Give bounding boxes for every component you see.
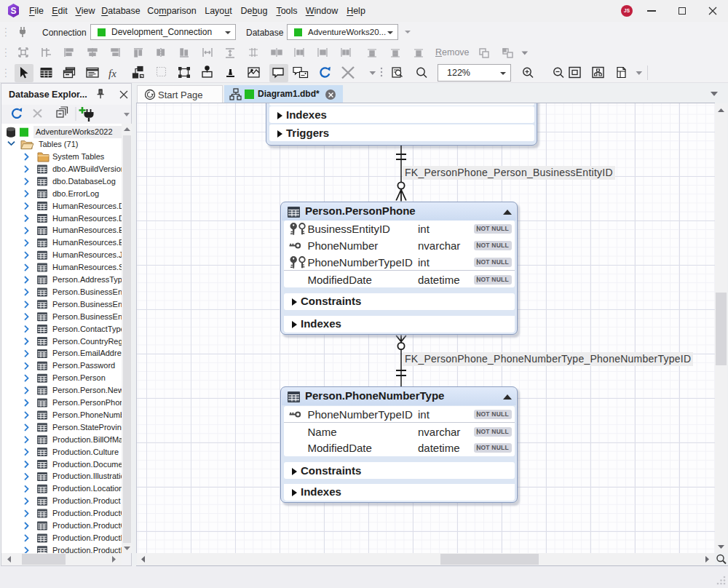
svg-text:S: S [10,6,16,16]
svg-text:fx: fx [108,68,116,79]
